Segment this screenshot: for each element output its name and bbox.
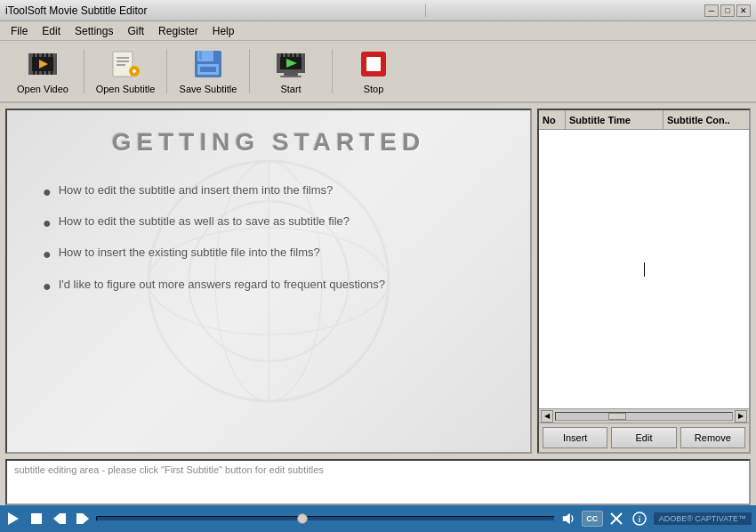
menu-gift[interactable]: Gift — [120, 23, 151, 39]
text-cursor — [644, 262, 645, 277]
toolbar-divider-1 — [84, 49, 84, 93]
subtitle-table-header: No Subtitle Time Subtitle Con.. — [539, 110, 749, 130]
start-label: Start — [280, 84, 301, 94]
svg-rect-34 — [277, 69, 305, 73]
open-subtitle-button[interactable]: Open Subtitle — [90, 44, 161, 99]
svg-rect-8 — [42, 53, 44, 57]
svg-rect-52 — [31, 513, 42, 524]
svg-rect-38 — [294, 53, 296, 57]
subtitle-table-body — [539, 130, 749, 408]
svg-marker-53 — [53, 513, 60, 524]
svg-rect-39 — [299, 53, 301, 57]
toolbar-divider-2 — [166, 49, 167, 93]
fast-forward-button[interactable] — [73, 509, 92, 528]
save-subtitle-button[interactable]: Save Subtitle — [173, 44, 244, 99]
preview-background: GETTING STARTED ● How to edit the subtit… — [7, 110, 530, 452]
svg-rect-9 — [46, 53, 48, 57]
svg-rect-54 — [60, 513, 66, 524]
col-content: Subtitle Con.. — [664, 110, 749, 129]
captivate-badge: ADOBE® CAPTIVATE™ — [653, 512, 752, 526]
preview-panel: GETTING STARTED ● How to edit the subtit… — [5, 109, 532, 454]
svg-marker-51 — [8, 512, 19, 525]
watermark — [7, 110, 530, 452]
save-subtitle-icon — [192, 48, 224, 80]
menu-bar: File Edit Settings Gift Register Help — [0, 21, 756, 41]
start-icon — [275, 48, 307, 80]
open-subtitle-icon — [109, 48, 141, 80]
svg-rect-6 — [33, 53, 35, 57]
minimize-button[interactable]: ─ — [704, 4, 719, 17]
menu-help[interactable]: Help — [205, 23, 242, 39]
svg-rect-10 — [51, 53, 52, 57]
stop-label: Stop — [364, 84, 384, 94]
remove-button[interactable]: Remove — [680, 427, 745, 448]
svg-rect-15 — [51, 71, 52, 75]
window-title: iToolSoft Movie Subtitle Editor — [5, 4, 147, 17]
svg-rect-56 — [76, 513, 83, 524]
volume-button[interactable] — [559, 509, 578, 528]
toolbar-divider-4 — [332, 49, 333, 93]
main-area: GETTING STARTED ● How to edit the subtit… — [0, 103, 756, 459]
close-button[interactable]: ✕ — [736, 4, 751, 17]
edit-button[interactable]: Edit — [611, 427, 676, 448]
scroll-left-arrow[interactable]: ◀ — [541, 410, 553, 423]
svg-rect-37 — [290, 53, 292, 57]
subtitle-panel: No Subtitle Time Subtitle Con.. ◀ ▶ Inse… — [537, 109, 751, 454]
svg-rect-28 — [200, 67, 216, 72]
svg-marker-57 — [562, 513, 569, 524]
svg-rect-36 — [286, 53, 287, 57]
subtitle-actions: Insert Edit Remove — [539, 423, 749, 452]
scroll-track[interactable] — [555, 412, 733, 421]
svg-rect-35 — [281, 53, 283, 57]
insert-button[interactable]: Insert — [543, 427, 607, 448]
svg-rect-26 — [199, 51, 202, 60]
svg-marker-55 — [83, 513, 89, 524]
col-time: Subtitle Time — [566, 110, 664, 129]
edit-placeholder: subtitle editing area - please click "Fi… — [14, 464, 324, 475]
stop-playback-button[interactable] — [27, 509, 46, 528]
svg-rect-42 — [280, 76, 302, 77]
save-subtitle-label: Save Subtitle — [180, 84, 237, 94]
window-controls: ─ □ ✕ — [704, 4, 751, 17]
col-no: No — [539, 110, 566, 129]
rewind-button[interactable] — [50, 509, 69, 528]
cc-button[interactable]: CC — [582, 511, 603, 527]
progress-thumb[interactable] — [297, 513, 308, 524]
progress-track[interactable] — [96, 516, 555, 521]
title-bar: iToolSoft Movie Subtitle Editor ─ □ ✕ — [0, 0, 756, 21]
start-button[interactable]: Start — [255, 44, 326, 99]
svg-rect-12 — [37, 71, 39, 75]
title-divider — [425, 4, 426, 17]
close-video-button[interactable] — [607, 509, 626, 528]
open-video-label: Open Video — [17, 84, 68, 94]
toolbar: Open Video Open Subtitle — [0, 41, 756, 103]
scroll-thumb — [608, 413, 626, 420]
svg-rect-11 — [33, 71, 35, 75]
subtitle-scrollbar[interactable]: ◀ ▶ — [539, 408, 749, 423]
stop-icon — [358, 48, 390, 80]
stop-button[interactable]: Stop — [338, 44, 409, 99]
svg-text:i: i — [638, 515, 640, 524]
play-button[interactable] — [4, 509, 23, 528]
menu-register[interactable]: Register — [151, 23, 205, 39]
menu-file[interactable]: File — [4, 23, 35, 39]
toolbar-divider-3 — [249, 49, 250, 93]
svg-rect-14 — [46, 71, 48, 75]
info-button[interactable]: i — [630, 509, 649, 528]
open-video-icon — [27, 48, 59, 80]
menu-settings[interactable]: Settings — [68, 23, 120, 39]
menu-edit[interactable]: Edit — [35, 23, 68, 39]
scroll-right-arrow[interactable]: ▶ — [735, 410, 747, 423]
open-video-button[interactable]: Open Video — [7, 44, 78, 99]
svg-rect-41 — [284, 73, 298, 76]
playback-bar: CC i ADOBE® CAPTIVATE™ — [0, 505, 756, 532]
svg-rect-44 — [366, 57, 381, 71]
svg-rect-7 — [37, 53, 39, 57]
edit-area[interactable]: subtitle editing area - please click "Fi… — [5, 459, 751, 505]
open-subtitle-label: Open Subtitle — [96, 84, 156, 94]
maximize-button[interactable]: □ — [720, 4, 735, 17]
svg-rect-13 — [42, 71, 44, 75]
